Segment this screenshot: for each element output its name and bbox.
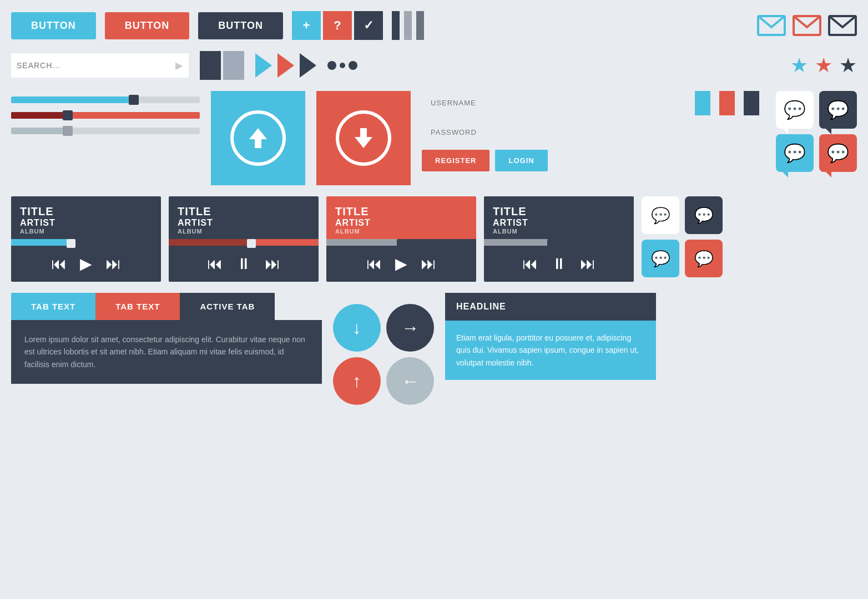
- chat-bubble-dark: 💬: [819, 91, 857, 129]
- search-input[interactable]: [17, 61, 175, 70]
- chat-bubble-white-2: 💬: [642, 196, 679, 234]
- progress-thumb-blue: [129, 95, 139, 105]
- player-3-prev-button[interactable]: ⏮: [366, 255, 382, 273]
- bar-dark-mid: [404, 11, 412, 40]
- bar-dark-short: [416, 11, 424, 40]
- chat-bubble-dark-2: 💬: [685, 196, 723, 234]
- upload-button[interactable]: [211, 91, 305, 185]
- blue-button[interactable]: BUTTON: [11, 12, 96, 39]
- envelope-red-icon: [793, 15, 821, 36]
- arrow-left-button[interactable]: ←: [386, 357, 434, 405]
- chat-icon-red: 💬: [827, 143, 849, 164]
- login-form: REGISTER LOGIN: [422, 91, 684, 171]
- tab-1-button[interactable]: TAB TEXT: [11, 293, 95, 320]
- dots-group: [327, 61, 357, 70]
- player-1-play-button[interactable]: ▶: [80, 255, 92, 273]
- player-3-progress[interactable]: [326, 239, 476, 246]
- envelope-blue-icon: [757, 15, 786, 36]
- register-button[interactable]: REGISTER: [422, 150, 489, 171]
- chat-bubble-row-1: 💬 💬: [776, 91, 857, 129]
- player-2-next-button[interactable]: ⏭: [265, 255, 280, 273]
- player-1-album: ALBUM: [20, 228, 152, 235]
- dark-button[interactable]: BUTTON: [198, 12, 283, 39]
- envelope-group: [717, 15, 857, 36]
- player-2-artist: ARTIST: [178, 218, 310, 228]
- player-4-prev-button[interactable]: ⏮: [522, 255, 538, 273]
- progress-track-red[interactable]: [11, 112, 200, 119]
- toggle-dark[interactable]: [200, 51, 221, 80]
- player-2-progress-fill: [169, 239, 251, 246]
- toggle-light[interactable]: [223, 51, 244, 80]
- download-button[interactable]: [316, 91, 411, 185]
- username-input[interactable]: [422, 91, 577, 115]
- player-1-progress[interactable]: [11, 239, 161, 246]
- tabs-section: TAB TEXT TAB TEXT ACTIVE TAB Lorem ipsum…: [11, 293, 322, 384]
- player-1-next-button[interactable]: ⏭: [105, 255, 121, 273]
- chat-icon-dark: 💬: [784, 99, 806, 120]
- question-icon-button[interactable]: ?: [323, 11, 352, 40]
- search-arrow-icon: ▶: [175, 59, 183, 72]
- form-buttons: REGISTER LOGIN: [422, 150, 684, 171]
- player-3-title: TITLE: [335, 205, 467, 218]
- bookmark-blue[interactable]: [695, 91, 710, 115]
- player-2-pause-button[interactable]: ⏸: [236, 255, 251, 273]
- upload-circle-icon: [230, 110, 286, 166]
- bookmark-red[interactable]: [719, 91, 735, 115]
- player-3-next-button[interactable]: ⏭: [421, 255, 436, 273]
- progress-bars-section: [11, 91, 200, 134]
- player-2-prev-button[interactable]: ⏮: [207, 255, 223, 273]
- progress-track-blue[interactable]: [11, 97, 200, 103]
- arrow-up-button[interactable]: ↑: [333, 357, 381, 405]
- chat-bubble-red: 💬: [819, 134, 857, 172]
- chat-icon-5: 💬: [651, 250, 670, 268]
- player-1-thumb: [67, 239, 75, 248]
- player-3-play-button[interactable]: ▶: [395, 255, 407, 273]
- toggle-pair: [200, 51, 244, 80]
- icon-button-group: + ? ✓: [292, 11, 383, 40]
- player-3-progress-fill: [326, 239, 401, 246]
- search-box[interactable]: ▶: [11, 53, 189, 78]
- chat-bubble-white: 💬: [776, 91, 814, 129]
- chat-bubble-red-2: 💬: [685, 240, 723, 277]
- bookmark-dark[interactable]: [744, 91, 759, 115]
- player-4-album: ALBUM: [493, 228, 625, 235]
- player-1-prev-button[interactable]: ⏮: [51, 255, 67, 273]
- player-4-progress-fill: [484, 239, 552, 246]
- svg-marker-4: [355, 128, 372, 148]
- tabs-bar: TAB TEXT TAB TEXT ACTIVE TAB: [11, 293, 322, 320]
- player-4-progress[interactable]: [484, 239, 634, 246]
- bookmarks-row-1: [695, 91, 759, 115]
- chat-icon-4: 💬: [694, 206, 714, 225]
- player-1-controls: ⏮ ▶ ⏭: [11, 246, 161, 282]
- progress-track-gray[interactable]: [11, 128, 200, 134]
- tabs-body-text: Lorem ipsum dolor sit amet, consectetur …: [24, 333, 309, 370]
- player-3-artist: ARTIST: [335, 218, 467, 228]
- stars-group: ★ ★ ★: [790, 54, 857, 77]
- chat-icon-blue: 💬: [784, 143, 806, 164]
- music-player-4: TITLE ARTIST ALBUM ⏮ ⏸ ⏭: [484, 196, 634, 282]
- arrow-down-button[interactable]: ↓: [333, 304, 381, 352]
- player-2-album: ALBUM: [178, 228, 310, 235]
- player-2-controls: ⏮ ⏸ ⏭: [169, 246, 319, 282]
- password-input[interactable]: [422, 120, 577, 144]
- red-button[interactable]: BUTTON: [105, 12, 190, 39]
- arrow-right-button[interactable]: →: [386, 304, 434, 352]
- dot-small: [340, 63, 345, 68]
- player-2-progress[interactable]: [169, 239, 319, 246]
- triangle-blue-icon: [255, 53, 272, 78]
- chat-bubble-row-2: 💬 💬: [776, 134, 857, 172]
- player-4-thumb: [547, 239, 556, 248]
- player-4-pause-button[interactable]: ⏸: [551, 255, 567, 273]
- login-button[interactable]: LOGIN: [495, 150, 547, 171]
- player-4-next-button[interactable]: ⏭: [580, 255, 596, 273]
- tab-3-button[interactable]: ACTIVE TAB: [180, 293, 275, 320]
- check-icon-button[interactable]: ✓: [354, 11, 383, 40]
- tabs-content: Lorem ipsum dolor sit amet, consectetur …: [11, 320, 322, 384]
- star-red-icon: ★: [815, 54, 832, 77]
- player-3-thumb: [397, 239, 406, 248]
- plus-icon-button[interactable]: +: [292, 11, 321, 40]
- tab-2-button[interactable]: TAB TEXT: [95, 293, 180, 320]
- progress-fill-blue: [11, 97, 134, 103]
- info-card-body-text: Etiam erat ligula, porttitor eu posuere …: [456, 332, 645, 369]
- player-2-title: TITLE: [178, 205, 310, 218]
